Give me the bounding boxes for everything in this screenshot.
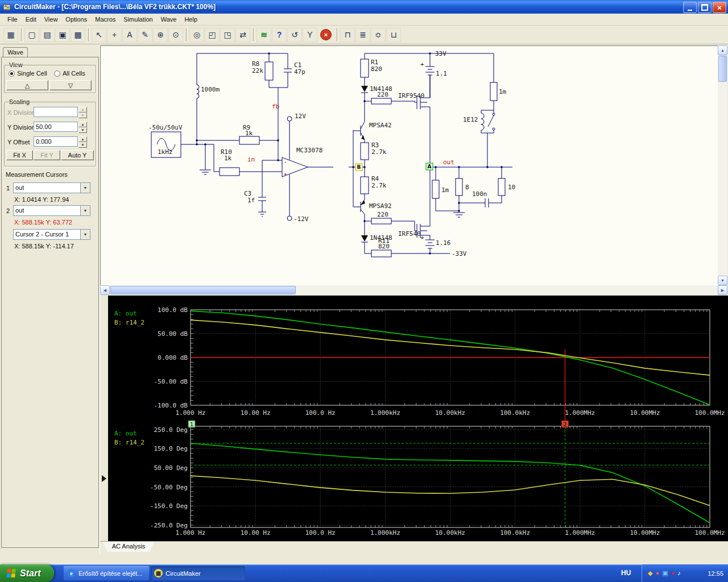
close-button[interactable]: ×	[713, 2, 726, 13]
wire-tool-icon[interactable]: +	[107, 28, 122, 42]
horizontal-scroll-thumb[interactable]	[110, 286, 296, 294]
menu-options[interactable]: Options	[61, 15, 91, 24]
capacitor-c3[interactable]	[258, 197, 266, 201]
transistor-mpsa92[interactable]	[361, 199, 365, 214]
reset-simulation-icon[interactable]: ↺	[287, 28, 302, 42]
tray-icon-2[interactable]: ●	[655, 570, 659, 576]
rotate-part-icon[interactable]: ◰	[205, 28, 220, 42]
text-tool-icon[interactable]: A	[122, 28, 137, 42]
resistor-10ohm[interactable]	[498, 178, 505, 196]
battery-33v[interactable]	[425, 66, 435, 75]
auto-y-button[interactable]: Auto Y	[61, 150, 94, 160]
x-division-input[interactable]	[34, 107, 78, 117]
save-file-icon[interactable]: ▣	[55, 28, 70, 42]
scroll-up-icon[interactable]: ▲	[718, 45, 727, 55]
chevron-down-icon[interactable]: ▼	[80, 206, 90, 215]
run-simulation-icon[interactable]: ≋	[257, 28, 271, 42]
fit-y-button[interactable]: Fit Y	[34, 150, 60, 160]
diode-1n4148-top[interactable]	[361, 86, 368, 93]
tab-ac-analysis[interactable]: AC Analysis	[102, 542, 155, 552]
minus12v-terminal[interactable]	[287, 216, 292, 221]
delete-tool-icon[interactable]: ✎	[138, 28, 152, 42]
schematic-canvas[interactable]: -50u/50uV1kHz1000mR822kC147pR91kR101kinf…	[100, 45, 718, 285]
circuit-horizontal-scrollbar[interactable]: ◀ ▶	[100, 285, 727, 295]
resistor-1m-top[interactable]	[490, 82, 497, 101]
scroll-left-icon[interactable]: ◀	[100, 285, 110, 295]
clock[interactable]: 12:55	[708, 570, 723, 577]
y-offset-spinner[interactable]: ▲▼	[78, 136, 87, 147]
scroll-down-icon[interactable]: ▼	[718, 276, 727, 285]
menu-simulation[interactable]: Simulation	[119, 15, 156, 24]
cursor1-signal-select[interactable]: out ▼	[13, 182, 90, 193]
x-division-spinner[interactable]: ▲▼	[78, 107, 87, 117]
battery-1-16[interactable]	[425, 240, 435, 248]
resistor-1m-out[interactable]	[432, 180, 439, 198]
wire-mode-icon[interactable]: ⇄	[235, 28, 250, 42]
select-arrow-icon[interactable]: ↖	[92, 28, 106, 42]
resistor-r1[interactable]	[361, 59, 369, 77]
inductor-1000m[interactable]	[197, 85, 199, 98]
capacitor-c1[interactable]	[284, 69, 292, 72]
open-file-icon[interactable]: ▤	[40, 28, 55, 42]
start-button[interactable]: Start	[0, 564, 54, 582]
circuit-vertical-scrollbar[interactable]: ▲ ▼	[718, 45, 727, 285]
zoom-in-icon[interactable]: ⊕	[153, 28, 168, 42]
diode-1n4148-bottom[interactable]	[361, 235, 368, 242]
menu-macros[interactable]: Macros	[91, 15, 119, 24]
mirror-part-icon[interactable]: ◳	[220, 28, 235, 42]
plus12v-terminal[interactable]	[287, 117, 292, 121]
fit-x-button[interactable]: Fit X	[6, 150, 33, 160]
y-division-input[interactable]: 50.00	[34, 122, 78, 132]
radio-all-cells[interactable]	[54, 70, 60, 77]
digital-options-icon[interactable]: ⊓	[340, 28, 355, 42]
chevron-down-icon[interactable]: ▼	[80, 230, 90, 239]
tray-icon-4[interactable]: ●	[671, 570, 675, 576]
stop-simulation-icon[interactable]: ×	[320, 29, 332, 40]
menu-edit[interactable]: Edit	[22, 15, 40, 24]
language-indicator[interactable]: HU	[621, 569, 631, 577]
inductor-1e12[interactable]	[481, 113, 484, 130]
analog-options-icon[interactable]: ≣	[355, 28, 370, 42]
minimize-button[interactable]	[683, 2, 697, 13]
menu-wave[interactable]: Wave	[157, 15, 181, 24]
menu-file[interactable]: File	[3, 15, 22, 24]
y-division-spinner[interactable]: ▲▼	[78, 122, 87, 132]
resistor-r10[interactable]	[220, 168, 239, 176]
vertical-scroll-thumb[interactable]	[718, 56, 727, 82]
resistor-r11[interactable]	[371, 250, 391, 257]
cursor2-signal-select[interactable]: out ▼	[13, 205, 90, 216]
new-file-icon[interactable]: ▢	[24, 28, 39, 42]
probe-tool-icon[interactable]: Y	[303, 28, 317, 42]
maximize-button[interactable]	[698, 2, 712, 13]
resistor-r9[interactable]	[239, 136, 259, 144]
splitter-arrow-icon[interactable]	[102, 475, 106, 482]
menu-help[interactable]: Help	[180, 15, 201, 24]
tray-icon-3[interactable]: ▣	[662, 570, 668, 576]
resistor-8ohm[interactable]	[456, 178, 462, 196]
taskbar-task-2[interactable]: ▦CircuitMaker	[151, 566, 245, 580]
resistor-220-bottom[interactable]	[371, 218, 391, 224]
capacitor-100n[interactable]	[485, 198, 489, 207]
switch[interactable]	[488, 113, 495, 130]
volume-icon[interactable]: ♪	[677, 570, 681, 576]
cell-up-button[interactable]: △	[6, 80, 48, 90]
waveforms-window-icon[interactable]: ⊔	[386, 28, 401, 42]
part-browser-icon[interactable]: ▦	[3, 28, 18, 42]
tray-icon-1[interactable]: ◆	[648, 570, 652, 576]
cursor-diff-select[interactable]: Cursor 2 - Cursor 1 ▼	[13, 229, 90, 240]
zoom-tool-icon[interactable]: ⊙	[168, 28, 183, 42]
resistor-r3[interactable]	[361, 143, 369, 160]
find-part-icon[interactable]: ◎	[189, 28, 204, 42]
chevron-down-icon[interactable]: ▼	[80, 183, 90, 193]
taskbar-task-1[interactable]: eErősítő építése elejét...	[64, 566, 149, 580]
transistor-mpsa42[interactable]	[361, 122, 365, 140]
print-icon[interactable]: ▩	[71, 28, 85, 42]
resistor-r4[interactable]	[361, 177, 369, 194]
resistor-220-top[interactable]	[371, 98, 391, 104]
y-offset-input[interactable]: 0.000	[34, 136, 78, 147]
help-tool-icon[interactable]: ?	[272, 28, 287, 42]
cell-down-button[interactable]: ▽	[49, 80, 92, 90]
mixed-mode-icon[interactable]: ≎	[371, 28, 386, 42]
resistor-r8[interactable]	[265, 62, 273, 80]
menu-view[interactable]: View	[40, 15, 62, 24]
